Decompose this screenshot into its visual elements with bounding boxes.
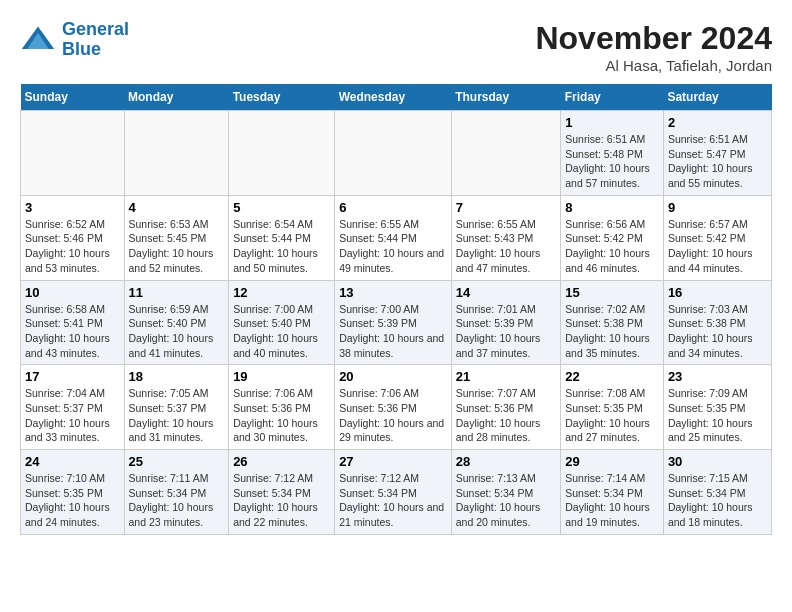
page-title: November 2024 xyxy=(535,20,772,57)
logo-text: General Blue xyxy=(62,20,129,60)
calendar-week-row: 1Sunrise: 6:51 AMSunset: 5:48 PMDaylight… xyxy=(21,111,772,196)
calendar-cell: 25Sunrise: 7:11 AMSunset: 5:34 PMDayligh… xyxy=(124,450,229,535)
calendar-cell: 4Sunrise: 6:53 AMSunset: 5:45 PMDaylight… xyxy=(124,195,229,280)
day-number: 26 xyxy=(233,454,330,469)
calendar-cell: 20Sunrise: 7:06 AMSunset: 5:36 PMDayligh… xyxy=(335,365,452,450)
day-number: 25 xyxy=(129,454,225,469)
day-info: Sunrise: 6:53 AMSunset: 5:45 PMDaylight:… xyxy=(129,217,225,276)
day-number: 20 xyxy=(339,369,447,384)
day-number: 18 xyxy=(129,369,225,384)
day-number: 28 xyxy=(456,454,557,469)
day-number: 14 xyxy=(456,285,557,300)
day-number: 13 xyxy=(339,285,447,300)
day-number: 29 xyxy=(565,454,659,469)
logo-icon xyxy=(20,22,56,58)
day-number: 23 xyxy=(668,369,767,384)
day-info: Sunrise: 6:56 AMSunset: 5:42 PMDaylight:… xyxy=(565,217,659,276)
weekday-header-saturday: Saturday xyxy=(663,84,771,111)
calendar-cell: 5Sunrise: 6:54 AMSunset: 5:44 PMDaylight… xyxy=(229,195,335,280)
day-info: Sunrise: 6:51 AMSunset: 5:48 PMDaylight:… xyxy=(565,132,659,191)
calendar-cell xyxy=(335,111,452,196)
day-number: 24 xyxy=(25,454,120,469)
day-number: 4 xyxy=(129,200,225,215)
calendar-cell: 6Sunrise: 6:55 AMSunset: 5:44 PMDaylight… xyxy=(335,195,452,280)
weekday-header-sunday: Sunday xyxy=(21,84,125,111)
calendar-cell: 2Sunrise: 6:51 AMSunset: 5:47 PMDaylight… xyxy=(663,111,771,196)
calendar-week-row: 10Sunrise: 6:58 AMSunset: 5:41 PMDayligh… xyxy=(21,280,772,365)
day-number: 17 xyxy=(25,369,120,384)
day-number: 19 xyxy=(233,369,330,384)
calendar-cell: 17Sunrise: 7:04 AMSunset: 5:37 PMDayligh… xyxy=(21,365,125,450)
calendar-cell xyxy=(21,111,125,196)
calendar-cell: 21Sunrise: 7:07 AMSunset: 5:36 PMDayligh… xyxy=(451,365,561,450)
day-info: Sunrise: 6:54 AMSunset: 5:44 PMDaylight:… xyxy=(233,217,330,276)
day-info: Sunrise: 7:10 AMSunset: 5:35 PMDaylight:… xyxy=(25,471,120,530)
day-info: Sunrise: 6:55 AMSunset: 5:44 PMDaylight:… xyxy=(339,217,447,276)
calendar-cell: 30Sunrise: 7:15 AMSunset: 5:34 PMDayligh… xyxy=(663,450,771,535)
logo: General Blue xyxy=(20,20,129,60)
day-number: 22 xyxy=(565,369,659,384)
calendar-cell: 13Sunrise: 7:00 AMSunset: 5:39 PMDayligh… xyxy=(335,280,452,365)
day-info: Sunrise: 6:59 AMSunset: 5:40 PMDaylight:… xyxy=(129,302,225,361)
day-info: Sunrise: 7:00 AMSunset: 5:39 PMDaylight:… xyxy=(339,302,447,361)
calendar-cell: 7Sunrise: 6:55 AMSunset: 5:43 PMDaylight… xyxy=(451,195,561,280)
day-info: Sunrise: 6:58 AMSunset: 5:41 PMDaylight:… xyxy=(25,302,120,361)
day-info: Sunrise: 6:52 AMSunset: 5:46 PMDaylight:… xyxy=(25,217,120,276)
day-number: 21 xyxy=(456,369,557,384)
calendar-cell: 27Sunrise: 7:12 AMSunset: 5:34 PMDayligh… xyxy=(335,450,452,535)
day-number: 30 xyxy=(668,454,767,469)
calendar-table: SundayMondayTuesdayWednesdayThursdayFrid… xyxy=(20,84,772,535)
day-info: Sunrise: 7:00 AMSunset: 5:40 PMDaylight:… xyxy=(233,302,330,361)
title-block: November 2024 Al Hasa, Tafielah, Jordan xyxy=(535,20,772,74)
day-number: 3 xyxy=(25,200,120,215)
day-number: 16 xyxy=(668,285,767,300)
calendar-cell: 26Sunrise: 7:12 AMSunset: 5:34 PMDayligh… xyxy=(229,450,335,535)
day-number: 2 xyxy=(668,115,767,130)
day-info: Sunrise: 7:12 AMSunset: 5:34 PMDaylight:… xyxy=(339,471,447,530)
calendar-cell: 19Sunrise: 7:06 AMSunset: 5:36 PMDayligh… xyxy=(229,365,335,450)
day-number: 6 xyxy=(339,200,447,215)
calendar-cell: 16Sunrise: 7:03 AMSunset: 5:38 PMDayligh… xyxy=(663,280,771,365)
day-info: Sunrise: 7:15 AMSunset: 5:34 PMDaylight:… xyxy=(668,471,767,530)
weekday-header-wednesday: Wednesday xyxy=(335,84,452,111)
calendar-cell xyxy=(451,111,561,196)
day-info: Sunrise: 7:05 AMSunset: 5:37 PMDaylight:… xyxy=(129,386,225,445)
calendar-cell: 3Sunrise: 6:52 AMSunset: 5:46 PMDaylight… xyxy=(21,195,125,280)
calendar-cell: 23Sunrise: 7:09 AMSunset: 5:35 PMDayligh… xyxy=(663,365,771,450)
day-info: Sunrise: 7:03 AMSunset: 5:38 PMDaylight:… xyxy=(668,302,767,361)
calendar-week-row: 3Sunrise: 6:52 AMSunset: 5:46 PMDaylight… xyxy=(21,195,772,280)
calendar-cell: 18Sunrise: 7:05 AMSunset: 5:37 PMDayligh… xyxy=(124,365,229,450)
calendar-cell xyxy=(124,111,229,196)
day-info: Sunrise: 7:06 AMSunset: 5:36 PMDaylight:… xyxy=(339,386,447,445)
day-info: Sunrise: 7:14 AMSunset: 5:34 PMDaylight:… xyxy=(565,471,659,530)
day-number: 15 xyxy=(565,285,659,300)
calendar-cell: 9Sunrise: 6:57 AMSunset: 5:42 PMDaylight… xyxy=(663,195,771,280)
calendar-cell: 22Sunrise: 7:08 AMSunset: 5:35 PMDayligh… xyxy=(561,365,664,450)
calendar-cell: 10Sunrise: 6:58 AMSunset: 5:41 PMDayligh… xyxy=(21,280,125,365)
day-info: Sunrise: 7:04 AMSunset: 5:37 PMDaylight:… xyxy=(25,386,120,445)
calendar-cell: 28Sunrise: 7:13 AMSunset: 5:34 PMDayligh… xyxy=(451,450,561,535)
day-info: Sunrise: 6:51 AMSunset: 5:47 PMDaylight:… xyxy=(668,132,767,191)
weekday-header-friday: Friday xyxy=(561,84,664,111)
day-info: Sunrise: 7:02 AMSunset: 5:38 PMDaylight:… xyxy=(565,302,659,361)
calendar-cell: 29Sunrise: 7:14 AMSunset: 5:34 PMDayligh… xyxy=(561,450,664,535)
day-info: Sunrise: 7:08 AMSunset: 5:35 PMDaylight:… xyxy=(565,386,659,445)
calendar-week-row: 17Sunrise: 7:04 AMSunset: 5:37 PMDayligh… xyxy=(21,365,772,450)
day-info: Sunrise: 7:01 AMSunset: 5:39 PMDaylight:… xyxy=(456,302,557,361)
calendar-cell xyxy=(229,111,335,196)
weekday-header-monday: Monday xyxy=(124,84,229,111)
day-info: Sunrise: 6:55 AMSunset: 5:43 PMDaylight:… xyxy=(456,217,557,276)
calendar-cell: 12Sunrise: 7:00 AMSunset: 5:40 PMDayligh… xyxy=(229,280,335,365)
day-number: 5 xyxy=(233,200,330,215)
day-info: Sunrise: 7:06 AMSunset: 5:36 PMDaylight:… xyxy=(233,386,330,445)
day-number: 7 xyxy=(456,200,557,215)
page-header: General Blue November 2024 Al Hasa, Tafi… xyxy=(20,20,772,74)
day-info: Sunrise: 7:09 AMSunset: 5:35 PMDaylight:… xyxy=(668,386,767,445)
day-info: Sunrise: 7:13 AMSunset: 5:34 PMDaylight:… xyxy=(456,471,557,530)
day-number: 10 xyxy=(25,285,120,300)
calendar-cell: 11Sunrise: 6:59 AMSunset: 5:40 PMDayligh… xyxy=(124,280,229,365)
day-number: 12 xyxy=(233,285,330,300)
calendar-cell: 14Sunrise: 7:01 AMSunset: 5:39 PMDayligh… xyxy=(451,280,561,365)
day-number: 8 xyxy=(565,200,659,215)
weekday-header-thursday: Thursday xyxy=(451,84,561,111)
